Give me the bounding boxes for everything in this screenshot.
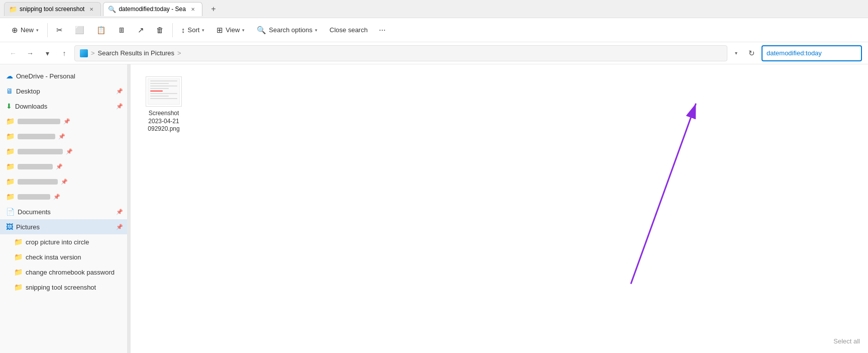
sidebar-item-blur6[interactable]: 📁 📌 <box>0 189 127 204</box>
sidebar-item-blur4[interactable]: 📁 📌 <box>0 159 127 174</box>
documents-label: Documents <box>18 208 113 216</box>
blur4-pin-icon: 📌 <box>56 163 63 170</box>
copy-button[interactable]: ⬜ <box>69 23 90 38</box>
blur1-folder-icon: 📁 <box>6 117 15 125</box>
view-button[interactable]: ⊞ View ▾ <box>211 23 250 38</box>
downloads-folder-icon: ⬇ <box>6 102 12 110</box>
blur6-folder-icon: 📁 <box>6 193 15 201</box>
address-dropdown-button[interactable]: ▾ <box>730 48 741 59</box>
toolbar-sep-1 <box>47 23 48 37</box>
back-button[interactable]: ← <box>6 46 20 60</box>
sort-chevron-icon: ▾ <box>202 28 204 33</box>
path-icon <box>80 49 88 57</box>
subfolder4-icon: 📁 <box>14 283 23 291</box>
desktop-pin-icon: 📌 <box>116 88 123 95</box>
up-button[interactable]: ↑ <box>57 46 71 60</box>
onedrive-icon: ☁ <box>6 72 13 80</box>
tab-search[interactable]: 🔍 datemodified:today - Sea ✕ <box>103 2 202 16</box>
tab-label: snipping tool screenshot <box>20 6 84 13</box>
search-options-button[interactable]: 🔍 Search options ▾ <box>251 23 323 38</box>
thumbnail-preview <box>148 78 180 105</box>
refresh-button[interactable]: ↻ <box>744 46 758 60</box>
pictures-icon: 🖼 <box>6 223 13 231</box>
delete-button[interactable]: 🗑 <box>151 23 169 37</box>
sort-button[interactable]: ↕ Sort ▾ <box>176 23 210 37</box>
onedrive-label: OneDrive - Personal <box>16 72 123 80</box>
sidebar-item-blur5[interactable]: 📁 📌 <box>0 174 127 189</box>
sidebar-item-snipping-tool[interactable]: 📁 snipping tool screenshot <box>0 280 127 295</box>
cut-button[interactable]: ✂ <box>51 23 68 38</box>
rename-icon: 🗏 <box>118 26 126 34</box>
desktop-label: Desktop <box>16 87 113 95</box>
svg-line-1 <box>631 104 696 284</box>
tab-close-2[interactable]: ✕ <box>189 5 197 13</box>
blur2-folder-icon: 📁 <box>6 132 15 140</box>
paste-icon: 📋 <box>96 26 106 35</box>
recent-locations-button[interactable]: ▾ <box>40 46 54 60</box>
blur5-label <box>18 179 58 185</box>
path-separator-2: > <box>177 49 181 57</box>
sidebar-item-desktop[interactable]: 🖥 Desktop 📌 <box>0 83 127 99</box>
sidebar-item-blur3[interactable]: 📁 📌 <box>0 144 127 159</box>
address-path[interactable]: > Search Results in Pictures > <box>74 45 727 61</box>
documents-icon: 📄 <box>6 208 15 216</box>
sidebar-item-downloads[interactable]: ⬇ Downloads 📌 <box>0 99 127 114</box>
select-all-hint: Select all <box>833 337 860 345</box>
more-options-button[interactable]: ··· <box>374 22 390 38</box>
file-name: Screenshot 2023-04-21 092920.png <box>143 110 185 133</box>
downloads-pin-icon: 📌 <box>116 103 123 110</box>
thumb-line-1 <box>150 80 177 81</box>
tab-close-1[interactable]: ✕ <box>87 5 95 13</box>
blur6-pin-icon: 📌 <box>53 194 60 200</box>
tab-snipping-tool[interactable]: 📁 snipping tool screenshot ✕ <box>4 2 101 16</box>
search-input[interactable]: datemodified:today <box>762 45 862 61</box>
copy-icon: ⬜ <box>75 26 84 35</box>
delete-icon: 🗑 <box>156 26 164 34</box>
blur4-folder-icon: 📁 <box>6 162 15 170</box>
new-button[interactable]: ⊕ New ▾ <box>6 23 44 38</box>
share-icon: ↗ <box>138 26 144 35</box>
sidebar-item-documents[interactable]: 📄 Documents 📌 <box>0 204 127 219</box>
close-search-button[interactable]: Close search <box>324 23 373 37</box>
subfolder2-icon: 📁 <box>14 253 23 261</box>
new-tab-button[interactable]: + <box>206 2 221 16</box>
search-options-icon: 🔍 <box>257 26 266 35</box>
thumb-line-4 <box>150 88 169 89</box>
sidebar-item-check-insta[interactable]: 📁 check insta version <box>0 249 127 264</box>
thumb-line-6 <box>150 96 169 97</box>
sidebar-item-crop-circle[interactable]: 📁 crop picture into circle <box>0 234 127 249</box>
blur2-pin-icon: 📌 <box>58 133 65 140</box>
blur2-label <box>18 134 55 139</box>
cut-icon: ✂ <box>56 26 63 35</box>
content-area: Screenshot 2023-04-21 092920.png Select … <box>131 64 868 353</box>
search-tab-icon: 🔍 <box>108 6 116 13</box>
share-button[interactable]: ↗ <box>132 23 150 38</box>
sidebar-item-blur2[interactable]: 📁 📌 <box>0 129 127 144</box>
forward-button[interactable]: → <box>23 46 37 60</box>
subfolder4-label: snipping tool screenshot <box>26 284 123 291</box>
file-thumbnail <box>146 76 182 107</box>
subfolder2-label: check insta version <box>26 253 123 261</box>
thumb-line-7 <box>150 98 177 99</box>
blur4-label <box>18 164 53 169</box>
thumb-line-2 <box>150 83 169 84</box>
file-item-screenshot[interactable]: Screenshot 2023-04-21 092920.png <box>139 72 189 137</box>
sidebar-item-blur1[interactable]: 📁 📌 <box>0 114 127 129</box>
blur3-label <box>18 149 63 154</box>
desktop-folder-icon: 🖥 <box>6 87 13 95</box>
sidebar-item-onedrive[interactable]: ☁ OneDrive - Personal <box>0 68 127 83</box>
view-icon: ⊞ <box>216 26 223 35</box>
main-area: ☁ OneDrive - Personal 🖥 Desktop 📌 ⬇ Down… <box>0 64 868 353</box>
rename-button[interactable]: 🗏 <box>113 23 131 37</box>
paste-button[interactable]: 📋 <box>91 23 112 38</box>
title-bar: 📁 snipping tool screenshot ✕ 🔍 datemodif… <box>0 0 868 18</box>
thumb-line-red <box>150 91 163 92</box>
thumb-line-3 <box>150 85 177 86</box>
sidebar-item-change-chromebook[interactable]: 📁 change chromebook password <box>0 264 127 280</box>
pictures-pin-icon: 📌 <box>116 224 123 230</box>
thumb-line-5 <box>150 93 177 94</box>
blur6-label <box>18 194 50 200</box>
new-icon: ⊕ <box>12 26 18 35</box>
toolbar-sep-2 <box>172 23 173 37</box>
sidebar-item-pictures[interactable]: 🖼 Pictures 📌 <box>0 219 127 234</box>
